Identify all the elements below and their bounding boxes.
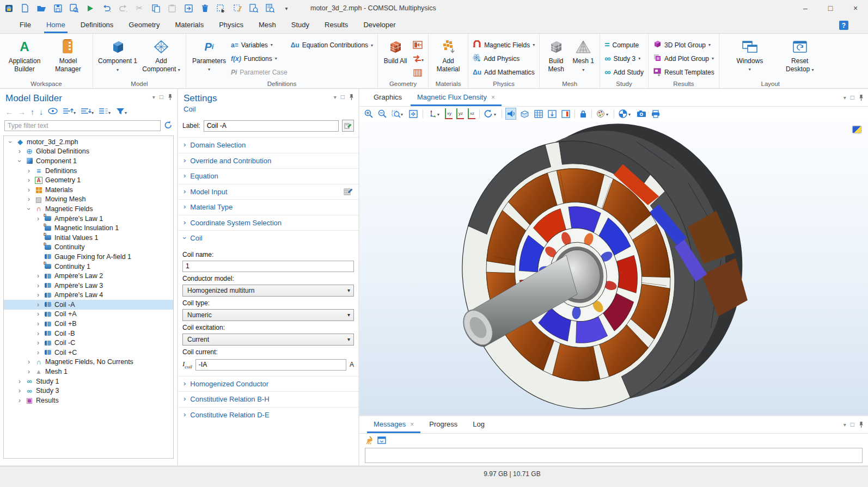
menu-item[interactable]: Study (284, 17, 317, 33)
move-up-icon[interactable]: ↑ (30, 108, 34, 116)
messages-output[interactable] (365, 448, 863, 463)
add-physics-button[interactable]: Add Physics (473, 53, 535, 64)
build-mesh-button[interactable]: Build Mesh (544, 37, 568, 78)
lock-icon[interactable] (579, 108, 588, 119)
settings-section-header[interactable]: › Override and Contribution (178, 153, 358, 169)
conductor-model-select[interactable]: Homogenized multiturn (182, 285, 354, 297)
model-manager-button[interactable]: Model Manager (48, 37, 88, 78)
geometry-parts-icon[interactable] (412, 67, 424, 78)
panel-pin-icon[interactable] (859, 94, 864, 101)
menu-item[interactable]: File (12, 17, 39, 33)
tree-item[interactable]: › Coil -A (4, 300, 173, 310)
tree-item[interactable]: › Ampère's Law 2 (4, 271, 173, 281)
menu-item[interactable]: Materials (167, 17, 211, 33)
tree-item[interactable]: Magnetic Insulation 1 (4, 223, 173, 233)
panel-float-icon[interactable]: □ (851, 421, 854, 428)
compute-button[interactable]: = Compute (604, 39, 644, 51)
component-1-button[interactable]: Component 1 ▾ (97, 37, 138, 78)
tree-item[interactable]: › Coil +A (4, 310, 173, 319)
nav-back-icon[interactable]: ← (5, 108, 13, 116)
graphics-tab[interactable]: Magnetic Flux Density × (409, 89, 503, 106)
save-search-icon[interactable] (69, 3, 80, 14)
default-view-icon[interactable]: ▾ (427, 108, 441, 119)
tree-item[interactable]: › Mesh 1 (4, 367, 173, 377)
panel-menu-icon[interactable]: ▾ (843, 95, 846, 101)
panel-float-icon[interactable]: □ (851, 94, 854, 101)
add-component-button[interactable]: Add Component ▾ (141, 37, 181, 78)
refresh-icon[interactable] (164, 121, 173, 131)
rebuild-geometry-icon[interactable]: ▾ (412, 53, 424, 64)
open-message-window-icon[interactable] (377, 436, 386, 446)
application-builder-button[interactable]: A Application Builder (4, 37, 45, 78)
tree-item[interactable]: › Global Definitions (4, 147, 173, 157)
functions-button[interactable]: f(x) Functions▾ (231, 53, 288, 64)
update-scene-icon[interactable]: ▾ (618, 108, 632, 119)
tree-item[interactable]: › Moving Mesh (4, 195, 173, 205)
settings-section-header[interactable]: › Coordinate System Selection (178, 215, 358, 231)
highlight-brush-icon[interactable] (232, 3, 243, 14)
tree-item[interactable]: Gauge Fixing for A-field 1 (4, 252, 173, 262)
minimize-button[interactable]: – (793, 0, 818, 16)
find-doc-icon[interactable] (265, 3, 276, 14)
panel-menu-icon[interactable]: ▾ (334, 94, 337, 100)
move-down-icon[interactable]: ↓ (39, 108, 43, 116)
coil-type-select[interactable]: Numeric (182, 309, 354, 321)
build-all-button[interactable]: Build All (382, 37, 408, 78)
add-study-button[interactable]: ∞ Add Study (604, 67, 644, 78)
run-icon[interactable] (85, 3, 96, 14)
filter-icon[interactable]: ▾ (115, 107, 129, 116)
settings-section-header[interactable]: › Equation (178, 168, 358, 184)
zoom-extents-icon[interactable] (408, 108, 419, 119)
tree-item[interactable]: › Study 3 (4, 386, 173, 396)
clear-messages-broom-icon[interactable] (365, 436, 373, 446)
reset-desktop-button[interactable]: Reset Desktop ▾ (783, 37, 817, 78)
tree-item[interactable]: › Ampère's Law 3 (4, 281, 173, 291)
settings-section-header[interactable]: › Constitutive Relation B-H (178, 391, 358, 407)
tree-item[interactable]: › Coil +B (4, 319, 173, 329)
parameters-button[interactable]: Pi Parameters ▾ (191, 37, 228, 78)
show-hide-icon[interactable] (48, 108, 58, 116)
messages-tab[interactable]: Progress (421, 416, 465, 433)
more-commands-icon[interactable]: ▾ (281, 3, 292, 14)
scene-light-icon[interactable] (519, 108, 530, 119)
result-templates-button[interactable]: Result Templates (653, 67, 714, 78)
tree-filter-input[interactable] (4, 120, 161, 131)
new-file-icon[interactable] (20, 3, 30, 14)
tree-item[interactable]: › Ampère's Law 1 (4, 214, 173, 224)
tree-item[interactable]: › Magnetic Fields (4, 204, 173, 214)
menu-item[interactable]: Results (317, 17, 356, 33)
panel-pin-icon[interactable] (859, 421, 864, 428)
tree-item[interactable]: Continuity 1 (4, 262, 173, 272)
rotate-view-icon[interactable]: ▾ (484, 108, 498, 119)
delete-icon[interactable] (199, 3, 210, 14)
menu-item[interactable]: Home (39, 17, 73, 33)
tree-item[interactable]: › Coil -B (4, 329, 173, 338)
view-xz-icon[interactable]: xz (468, 108, 475, 119)
coil-name-input[interactable] (182, 261, 354, 272)
print-icon[interactable] (651, 108, 661, 119)
color-legend-icon[interactable] (561, 108, 571, 119)
magnetic-fields-button[interactable]: +_ Magnetic Fields▾ (473, 39, 535, 51)
zoom-box-icon[interactable]: ▾ (391, 108, 404, 119)
tree-item[interactable]: › Geometry 1 (4, 175, 173, 185)
image-settings-icon[interactable]: ▾ (596, 108, 610, 119)
tree-item[interactable]: Initial Values 1 (4, 233, 173, 243)
snapshot-camera-icon[interactable] (636, 108, 647, 119)
panel-float-icon[interactable]: □ (160, 93, 163, 101)
plot-thumbnail-icon[interactable] (852, 126, 861, 133)
messages-tab[interactable]: Messages × (366, 416, 421, 433)
tree-item[interactable]: › motor_3d_2.mph (4, 137, 173, 147)
rename-button[interactable] (342, 120, 354, 132)
zoom-doc-icon[interactable] (248, 3, 259, 14)
equation-contributions-button[interactable]: Δu Equation Contributions▾ (291, 39, 373, 51)
tree-item[interactable]: › Coil +C (4, 348, 173, 357)
undo-icon[interactable] (101, 3, 112, 14)
messages-tab[interactable]: Log (465, 416, 492, 433)
settings-section-header[interactable]: › Domain Selection (178, 137, 358, 153)
insert-sequence-icon[interactable] (183, 3, 194, 14)
model-input-edit-icon[interactable] (344, 187, 353, 198)
variables-button[interactable]: a= Variables▾ (231, 39, 288, 51)
close-tab-icon[interactable]: × (491, 94, 495, 101)
settings-section-header[interactable]: › Constitutive Relation D-E (178, 407, 358, 423)
redo-icon[interactable] (118, 3, 129, 14)
